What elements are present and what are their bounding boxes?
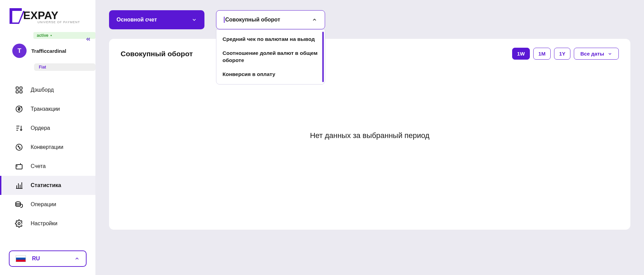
dropdown-option[interactable]: Соотношение долей валют в общем обороте <box>216 46 325 67</box>
scrollbar-thumb[interactable] <box>322 32 324 82</box>
account-select[interactable]: Основной счет <box>109 10 204 29</box>
nav-label: Ордера <box>31 125 50 131</box>
sidebar-item-settings[interactable]: Настройки <box>0 214 95 233</box>
svg-rect-3 <box>20 87 22 89</box>
avatar: T <box>12 44 27 58</box>
wallet-icon <box>15 162 23 170</box>
svg-rect-4 <box>16 91 18 93</box>
sidebar-item-orders[interactable]: Ордера <box>0 119 95 138</box>
svg-rect-11 <box>16 165 22 169</box>
sidebar-item-convert[interactable]: Конвертации <box>0 138 95 157</box>
sidebar-item-accounts[interactable]: Счета <box>0 157 95 176</box>
range-group: 1W 1M 1Y Все даты <box>512 48 619 60</box>
sidebar-item-transactions[interactable]: Транзакции <box>0 100 95 119</box>
gear-icon <box>15 219 23 228</box>
dollar-rotate-icon <box>15 105 23 113</box>
main: Основной счет Совокупный оборот Средний … <box>95 0 644 275</box>
nav-label: Статистика <box>31 182 61 188</box>
svg-text:UNIVERSE OF PAYMENTS: UNIVERSE OF PAYMENTS <box>37 20 80 24</box>
svg-rect-5 <box>20 91 22 93</box>
nav-label: Дэшборд <box>31 87 54 93</box>
user-row[interactable]: T Trafficcardinal <box>0 42 95 61</box>
all-dates-label: Все даты <box>580 51 604 57</box>
svg-rect-2 <box>16 87 18 89</box>
chart-bar-icon <box>15 181 23 189</box>
account-select-label: Основной счет <box>117 17 157 23</box>
language-select[interactable]: RU <box>9 250 87 267</box>
nav-label: Настройки <box>31 220 57 227</box>
stat-dropdown: Средний чек по валютам на вывод Соотноше… <box>216 29 325 85</box>
lang-label: RU <box>32 256 40 262</box>
sidebar-item-operations[interactable]: Операции <box>0 195 95 214</box>
stat-select[interactable]: Совокупный оборот <box>216 10 325 29</box>
svg-point-10 <box>16 144 22 150</box>
sidebar: EXPAY UNIVERSE OF PAYMENTS active T Traf… <box>0 0 95 275</box>
svg-point-18 <box>18 223 20 225</box>
svg-text:EXPAY: EXPAY <box>23 9 58 21</box>
logo-svg: EXPAY UNIVERSE OF PAYMENTS <box>8 6 80 25</box>
coins-icon <box>15 200 23 209</box>
grid-icon <box>15 86 23 94</box>
chevron-down-icon <box>608 51 612 56</box>
sort-icon <box>15 124 23 132</box>
user-name: Trafficcardinal <box>31 48 66 54</box>
range-1w-button[interactable]: 1W <box>512 48 530 60</box>
top-selects: Основной счет Совокупный оборот Средний … <box>109 10 630 29</box>
account-type-badge: Fiat <box>34 63 95 71</box>
stat-select-wrap: Совокупный оборот Средний чек по валютам… <box>216 10 325 29</box>
all-dates-button[interactable]: Все даты <box>574 48 619 60</box>
content-card: Совокупный оборот 1W 1M 1Y Все даты Нет … <box>109 39 630 230</box>
chevron-up-icon <box>312 17 317 22</box>
sidebar-item-dashboard[interactable]: Дэшборд <box>0 80 95 100</box>
range-1y-button[interactable]: 1Y <box>554 48 570 60</box>
swap-icon <box>15 143 23 151</box>
nav: Дэшборд Транзакции Ордера Конвертации Сч… <box>0 80 95 233</box>
card-header: Совокупный оборот 1W 1M 1Y Все даты <box>121 48 619 60</box>
sidebar-item-statistics[interactable]: Статистика <box>0 176 95 195</box>
empty-state-message: Нет данных за выбранный период <box>121 131 619 140</box>
collapse-sidebar-icon[interactable] <box>85 36 91 42</box>
dropdown-option[interactable]: Конверсия в оплату <box>216 67 325 81</box>
flag-ru-icon <box>16 255 26 262</box>
range-1m-button[interactable]: 1M <box>533 48 551 60</box>
stat-select-label: Совокупный оборот <box>224 17 280 23</box>
nav-label: Транзакции <box>31 106 60 112</box>
card-title: Совокупный оборот <box>121 50 193 58</box>
nav-label: Счета <box>31 163 46 169</box>
nav-label: Конвертации <box>31 144 63 150</box>
chevron-up-icon <box>74 256 80 261</box>
svg-point-17 <box>16 202 20 204</box>
dropdown-option[interactable]: Средний чек по валютам на вывод <box>216 32 325 46</box>
chevron-down-icon <box>191 17 197 22</box>
logo: EXPAY UNIVERSE OF PAYMENTS <box>0 0 95 27</box>
nav-label: Операции <box>31 201 56 208</box>
